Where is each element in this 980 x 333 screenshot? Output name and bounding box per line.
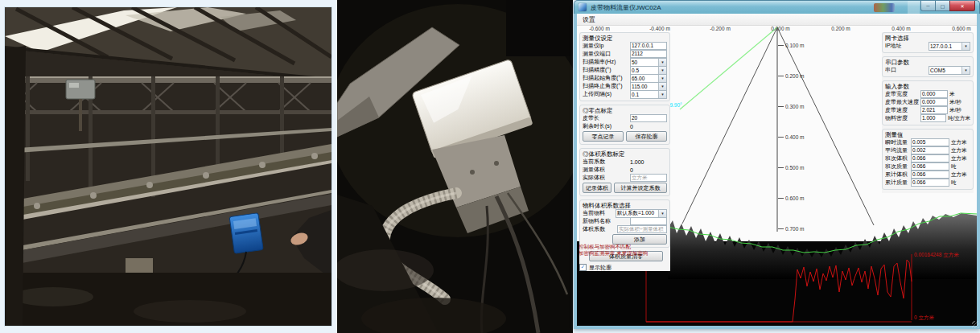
- close-icon: ✕: [960, 3, 964, 9]
- group-input-params: 输入参数 皮带宽度 0.000 米 皮带最: [882, 80, 974, 125]
- calc-coef-button[interactable]: 计算并设定系数: [614, 183, 667, 193]
- group-material-coef: 物料体积系数选择 当前物料 默认系数=1.000 ▾ 新物料名称: [579, 199, 670, 248]
- param-input[interactable]: 2.021: [920, 106, 948, 114]
- com-port-dropdown[interactable]: COM5 ▾: [929, 66, 970, 75]
- field-label: 班次质量: [885, 162, 911, 171]
- new-material-input[interactable]: [630, 217, 667, 225]
- measurement-value: 0.002: [911, 146, 949, 154]
- measurement-row: 班次质量 0.066 吨: [885, 162, 970, 171]
- dropdown-value: 默认系数=1.000: [616, 210, 658, 217]
- remaining-time-value: 0: [630, 124, 667, 130]
- ruler-label: 0.200 m: [828, 26, 854, 31]
- ruler-label: 0.600 m: [949, 26, 974, 31]
- field-label: 班次体积: [885, 154, 911, 162]
- measured-volume-value: 0: [630, 167, 667, 173]
- form-row: 测量仪端口 2112: [583, 50, 667, 58]
- field-label: IP地址: [885, 42, 920, 50]
- blue-device-box: [229, 213, 263, 254]
- field-label: 体积系数: [583, 225, 617, 233]
- ruler-label: -0.200 m: [707, 26, 733, 31]
- field-label: 累计体积: [885, 171, 911, 179]
- field-label: 扫描频率(Hz): [583, 58, 630, 66]
- dropdown-value: COM5: [929, 68, 961, 73]
- scan-beam: [680, 27, 777, 109]
- field-label: 皮带最大速度: [885, 98, 920, 106]
- chevron-down-icon: ▾: [658, 210, 666, 217]
- dropdown[interactable]: 0.1 ▾: [630, 90, 667, 99]
- measurement-value: 0.066: [911, 171, 949, 179]
- group-title: 测量仪设定: [583, 35, 667, 42]
- measurement-value: 0.066: [911, 162, 949, 171]
- field-label: 瞬时流量: [885, 138, 911, 146]
- form-row: 皮带速度 2.021 米/秒: [885, 106, 970, 114]
- ip-dropdown[interactable]: 127.0.0.1 ▾: [929, 42, 970, 51]
- chevron-down-icon: ▾: [658, 83, 666, 90]
- zero-record-button[interactable]: 零点记录: [583, 131, 624, 142]
- measurement-row: 累计体积 0.066 立方米: [885, 171, 970, 179]
- chevron-down-icon: ▾: [961, 67, 970, 74]
- measurement-row: 平均流量 0.002 立方米: [885, 146, 970, 154]
- record-volume-button[interactable]: 记录体积: [583, 183, 611, 193]
- measurement-value: 0.066: [911, 179, 949, 187]
- form-row: 扫描起始角度(°) 65.00 ▾: [583, 74, 667, 82]
- field-label: 累计质量: [885, 179, 911, 187]
- group-instrument: 测量仪设定 测量仪ip 127.0.0.1 测量仪端口: [579, 32, 670, 101]
- unit-label: 吨/立方米: [948, 115, 970, 122]
- group-zero-calibration: ◎零点标定 皮带长 20 剩余时长(s) 0 零点记录 保存轮廓: [579, 105, 670, 145]
- minimize-button[interactable]: ─: [920, 1, 936, 11]
- form-row: 扫描终止角度(°) 115.00 ▾: [583, 82, 667, 90]
- resize-grip[interactable]: [972, 321, 979, 328]
- measurement-value: 0.005: [911, 138, 949, 146]
- measurement-value: 0.066: [911, 154, 949, 162]
- chevron-down-icon: ▾: [658, 59, 666, 66]
- form-row: 扫描频率(Hz) 50 ▾: [583, 58, 667, 66]
- junction-box: [66, 80, 95, 99]
- unit-label: 米: [949, 91, 955, 98]
- volume-coef-input[interactable]: 实际体积÷测量体积: [617, 225, 667, 233]
- flow-max-label: 0.00164248 立方米: [914, 252, 959, 258]
- checkbox-label: 显示轮廓: [589, 264, 611, 272]
- field-label: 扫描起始角度(°): [583, 74, 630, 82]
- app-icon: [579, 3, 587, 11]
- current-coef-value: 1.000: [630, 159, 667, 165]
- close-button[interactable]: ✕: [949, 1, 975, 11]
- current-material-dropdown[interactable]: 默认系数=1.000 ▾: [616, 209, 667, 218]
- screenshot-root: 2: [0, 0, 980, 333]
- middle-photo-sensor: [337, 0, 573, 333]
- text-input[interactable]: 2112: [630, 50, 667, 58]
- titlebar[interactable]: 皮带物料流量仪JWC02A ─ ▢ ✕: [574, 0, 980, 14]
- chevron-down-icon: ▾: [961, 43, 970, 50]
- form-row: 上传间隔(s) 0.1 ▾: [583, 90, 667, 98]
- flow-min-label: 0 立方米: [914, 314, 934, 321]
- param-input[interactable]: 1.000: [920, 114, 946, 122]
- scan-cone-right: [777, 27, 874, 225]
- unit-label: 米/秒: [949, 107, 961, 114]
- field-label: 扫描精度(°): [583, 66, 630, 74]
- field-label: 测量仪ip: [583, 42, 630, 50]
- save-profile-button[interactable]: 保存轮廓: [626, 131, 667, 142]
- param-input[interactable]: 0.000: [920, 98, 948, 106]
- measurement-row: 班次体积 0.066 立方米: [885, 154, 970, 162]
- left-settings-panel: 测量仪设定 测量仪ip 127.0.0.1 测量仪端口: [579, 32, 670, 271]
- show-profile-checkbox[interactable]: ✓: [579, 264, 587, 271]
- field-label: 上传间隔(s): [583, 90, 630, 98]
- maximize-button[interactable]: ▢: [935, 1, 950, 11]
- belt-length-input[interactable]: 20: [630, 114, 667, 122]
- field-label: 皮带宽度: [885, 90, 920, 98]
- actual-volume-input[interactable]: 立方米: [630, 174, 667, 182]
- param-input[interactable]: 0.000: [920, 90, 948, 98]
- chevron-down-icon: ▾: [658, 67, 666, 74]
- group-title: 输入参数: [885, 83, 970, 90]
- unit-label: 吨: [951, 179, 957, 187]
- group-title: ◎零点标定: [583, 107, 667, 114]
- field-label: 剩余时长(s): [583, 122, 630, 130]
- field-label: 皮带长: [583, 114, 630, 122]
- group-title: ◎体积系数标定: [583, 150, 667, 158]
- scan-cone-left: [682, 27, 777, 224]
- unit-label: 立方米: [951, 147, 967, 154]
- form-row: 皮带宽度 0.000 米: [885, 90, 970, 98]
- menu-settings[interactable]: 设置: [577, 15, 601, 24]
- text-input[interactable]: 127.0.0.1: [630, 42, 667, 50]
- minimize-icon: ─: [926, 3, 929, 8]
- group-measurements: 测量值 瞬时流量 0.005 立方米 平均: [882, 129, 974, 190]
